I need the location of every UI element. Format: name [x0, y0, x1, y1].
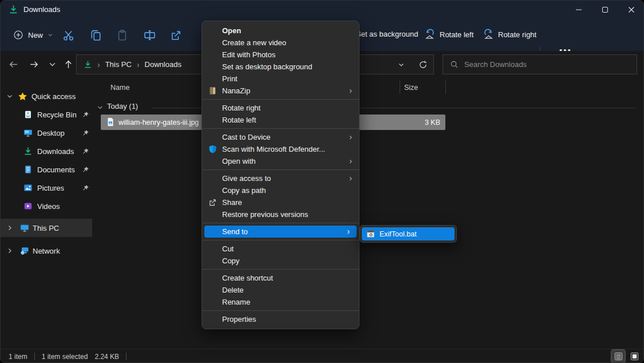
- sidebar-item-documents[interactable]: Documents: [1, 160, 92, 179]
- menu-item-give-access-to[interactable]: Give access to ›: [202, 172, 359, 184]
- star-icon: [18, 92, 27, 101]
- menu-item-cast-to-device[interactable]: Cast to Device ›: [202, 131, 359, 143]
- menu-item-share[interactable]: Share: [202, 196, 359, 208]
- sidebar-item-desktop[interactable]: Desktop: [1, 124, 92, 142]
- sidebar-item-network[interactable]: Network: [1, 242, 92, 260]
- minimize-button[interactable]: [566, 1, 592, 19]
- menu-item-label: Give access to: [222, 174, 271, 183]
- column-divider[interactable]: [445, 81, 446, 94]
- selection-size: 2.24 KB: [94, 353, 119, 361]
- breadcrumb-downloads[interactable]: Downloads: [143, 60, 184, 69]
- nanazip-icon: [208, 86, 217, 95]
- menu-item-label: Send to: [222, 227, 248, 236]
- new-button[interactable]: New: [7, 25, 59, 45]
- forward-button[interactable]: [25, 55, 43, 73]
- submenu-item-exiftool[interactable]: ExifTool.bat: [362, 227, 455, 240]
- menu-separator: [202, 128, 359, 129]
- sidebar-item-label: This PC: [33, 224, 59, 232]
- menu-separator: [202, 169, 359, 170]
- column-divider[interactable]: [400, 81, 400, 94]
- menu-item-scan-with-defender[interactable]: Scan with Microsoft Defender...: [202, 143, 359, 155]
- chevron-down-icon[interactable]: [6, 93, 14, 100]
- submenu-item-label: ExifTool.bat: [380, 230, 417, 238]
- back-button[interactable]: [4, 55, 22, 73]
- videos-icon: [23, 202, 33, 211]
- network-icon: [20, 246, 29, 255]
- copy-icon: [90, 29, 102, 41]
- plus-circle-icon: [13, 30, 23, 40]
- column-header-name[interactable]: Name: [110, 84, 129, 92]
- menu-item-label: Share: [222, 198, 242, 207]
- address-dropdown-icon[interactable]: [398, 61, 405, 68]
- maximize-button[interactable]: [592, 1, 618, 19]
- navigation-pane: Quick access Recycle Bin Desktop Downloa…: [1, 78, 92, 349]
- new-button-label: New: [28, 31, 43, 40]
- pin-icon: [82, 148, 89, 155]
- thumbnail-view-button[interactable]: [627, 350, 641, 362]
- paste-button[interactable]: [112, 25, 132, 45]
- rename-icon: [144, 29, 156, 41]
- sidebar-item-this-pc[interactable]: This PC: [1, 219, 92, 237]
- menu-item-open[interactable]: Open: [202, 25, 359, 37]
- menu-item-label: Delete: [222, 286, 244, 294]
- menu-item-cut[interactable]: Cut: [202, 243, 359, 255]
- breadcrumb-this-pc[interactable]: This PC: [103, 60, 134, 69]
- rename-button[interactable]: [139, 25, 160, 45]
- rotate-left-button[interactable]: Rotate left: [424, 29, 473, 40]
- menu-item-rotate-left[interactable]: Rotate left: [202, 114, 359, 126]
- menu-item-rotate-right[interactable]: Rotate right: [202, 102, 359, 114]
- sidebar-item-videos[interactable]: Videos: [1, 197, 92, 215]
- menu-item-create-shortcut[interactable]: Create shortcut: [202, 272, 359, 284]
- menu-item-set-as-desktop-background[interactable]: Set as desktop background: [202, 61, 359, 73]
- menu-separator: [202, 310, 359, 311]
- item-count: 1 item: [9, 353, 27, 361]
- sidebar-item-quick-access[interactable]: Quick access: [1, 87, 92, 105]
- menu-item-label: Scan with Microsoft Defender...: [222, 145, 325, 153]
- menu-item-copy[interactable]: Copy: [202, 255, 359, 267]
- group-header-today[interactable]: Today (1): [92, 100, 644, 115]
- image-file-icon: [106, 117, 115, 127]
- sidebar-item-downloads[interactable]: Downloads: [1, 142, 92, 160]
- file-size: 3 KB: [425, 119, 440, 127]
- sidebar-item-label: Quick access: [31, 92, 76, 101]
- chevron-right-icon[interactable]: [6, 247, 14, 254]
- close-button[interactable]: [618, 1, 644, 19]
- menu-item-label: Print: [222, 74, 238, 83]
- breadcrumb-separator-icon: ›: [94, 60, 103, 69]
- copy-button[interactable]: [85, 25, 106, 45]
- menu-item-label: Copy: [222, 257, 239, 265]
- menu-item-label: Properties: [222, 315, 256, 323]
- menu-item-rename[interactable]: Rename: [202, 296, 359, 308]
- pin-icon: [82, 184, 89, 192]
- submenu-arrow-icon: ›: [349, 172, 352, 184]
- menu-item-print[interactable]: Print: [202, 73, 359, 85]
- up-button[interactable]: [59, 55, 77, 73]
- menu-separator: [202, 240, 359, 240]
- chevron-right-icon[interactable]: [6, 224, 14, 231]
- breadcrumb-separator-icon: ›: [134, 60, 143, 69]
- menu-item-create-new-video[interactable]: Create a new video: [202, 37, 359, 49]
- refresh-icon[interactable]: [418, 60, 428, 69]
- column-header-size[interactable]: Size: [404, 84, 418, 92]
- submenu-arrow-icon: ›: [349, 85, 352, 97]
- menu-item-edit-with-photos[interactable]: Edit with Photos: [202, 49, 359, 61]
- cut-button[interactable]: [58, 25, 78, 45]
- menu-item-properties[interactable]: Properties: [202, 313, 359, 325]
- sidebar-item-recycle-bin[interactable]: Recycle Bin: [1, 105, 92, 124]
- menu-item-open-with[interactable]: Open with ›: [202, 155, 359, 167]
- sidebar-item-pictures[interactable]: Pictures: [1, 179, 92, 197]
- details-view-button[interactable]: [611, 350, 625, 362]
- pin-icon: [82, 129, 89, 137]
- search-box[interactable]: [442, 54, 637, 74]
- menu-item-nanazip[interactable]: NanaZip ›: [202, 85, 359, 97]
- menu-item-copy-as-path[interactable]: Copy as path: [202, 184, 359, 196]
- share-button[interactable]: [165, 25, 186, 45]
- menu-item-restore-previous-versions[interactable]: Restore previous versions: [202, 208, 359, 220]
- search-input[interactable]: [464, 60, 630, 69]
- menu-item-send-to[interactable]: Send to ›: [204, 226, 357, 238]
- menu-separator: [202, 223, 359, 223]
- menu-item-label: Create shortcut: [222, 274, 273, 282]
- chevron-down-icon[interactable]: [97, 104, 104, 111]
- menu-item-delete[interactable]: Delete: [202, 284, 359, 296]
- rotate-right-button[interactable]: Rotate right: [483, 29, 536, 40]
